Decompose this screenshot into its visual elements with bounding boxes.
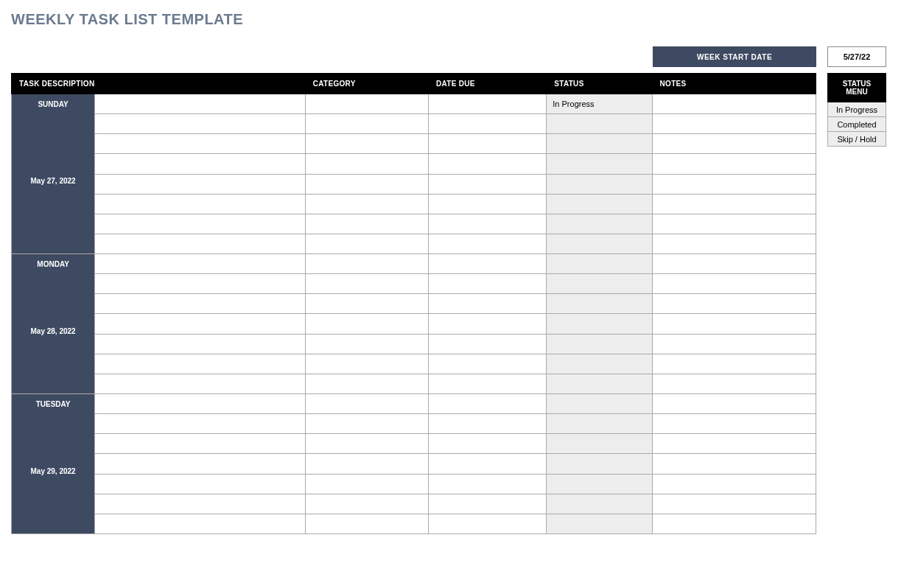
category-cell[interactable] (305, 474, 428, 494)
category-cell[interactable] (305, 334, 428, 354)
due-cell[interactable] (429, 174, 547, 194)
category-cell[interactable] (305, 234, 428, 253)
due-cell[interactable] (429, 154, 547, 174)
notes-cell[interactable] (652, 174, 816, 194)
task-cell[interactable] (95, 94, 306, 114)
due-cell[interactable] (429, 254, 547, 274)
status-cell[interactable] (547, 174, 652, 194)
task-cell[interactable] (95, 114, 306, 134)
task-cell[interactable] (95, 194, 306, 214)
status-cell[interactable] (547, 514, 652, 533)
notes-cell[interactable] (652, 374, 816, 393)
status-menu-item[interactable]: Completed (828, 117, 886, 132)
task-cell[interactable] (95, 314, 306, 334)
category-cell[interactable] (305, 214, 428, 234)
task-cell[interactable] (95, 514, 306, 533)
notes-cell[interactable] (652, 94, 816, 114)
category-cell[interactable] (305, 254, 428, 274)
category-cell[interactable] (305, 154, 428, 174)
due-cell[interactable] (429, 314, 547, 334)
category-cell[interactable] (305, 114, 428, 134)
notes-cell[interactable] (652, 214, 816, 234)
notes-cell[interactable] (652, 454, 816, 474)
status-cell[interactable] (547, 214, 652, 234)
task-cell[interactable] (95, 234, 306, 253)
category-cell[interactable] (305, 494, 428, 514)
category-cell[interactable] (305, 274, 428, 294)
status-cell[interactable] (547, 394, 652, 414)
notes-cell[interactable] (652, 294, 816, 314)
due-cell[interactable] (429, 354, 547, 374)
due-cell[interactable] (429, 374, 547, 393)
category-cell[interactable] (305, 174, 428, 194)
notes-cell[interactable] (652, 254, 816, 274)
category-cell[interactable] (305, 434, 428, 454)
due-cell[interactable] (429, 94, 547, 114)
notes-cell[interactable] (652, 334, 816, 354)
due-cell[interactable] (429, 294, 547, 314)
notes-cell[interactable] (652, 274, 816, 294)
status-cell[interactable] (547, 254, 652, 274)
status-cell[interactable] (547, 314, 652, 334)
task-cell[interactable] (95, 134, 306, 154)
due-cell[interactable] (429, 514, 547, 533)
notes-cell[interactable] (652, 114, 816, 134)
status-cell[interactable] (547, 294, 652, 314)
status-cell[interactable] (547, 434, 652, 454)
notes-cell[interactable] (652, 474, 816, 494)
due-cell[interactable] (429, 494, 547, 514)
week-start-date-value[interactable]: 5/27/22 (827, 46, 886, 67)
notes-cell[interactable] (652, 434, 816, 454)
status-cell[interactable] (547, 154, 652, 174)
category-cell[interactable] (305, 314, 428, 334)
due-cell[interactable] (429, 434, 547, 454)
due-cell[interactable] (429, 334, 547, 354)
task-cell[interactable] (95, 214, 306, 234)
category-cell[interactable] (305, 514, 428, 533)
task-cell[interactable] (95, 334, 306, 354)
due-cell[interactable] (429, 474, 547, 494)
due-cell[interactable] (429, 394, 547, 414)
due-cell[interactable] (429, 414, 547, 434)
status-cell[interactable] (547, 454, 652, 474)
category-cell[interactable] (305, 354, 428, 374)
status-cell[interactable] (547, 474, 652, 494)
category-cell[interactable] (305, 394, 428, 414)
notes-cell[interactable] (652, 314, 816, 334)
due-cell[interactable] (429, 234, 547, 253)
notes-cell[interactable] (652, 494, 816, 514)
due-cell[interactable] (429, 454, 547, 474)
status-cell[interactable] (547, 494, 652, 514)
task-cell[interactable] (95, 294, 306, 314)
due-cell[interactable] (429, 194, 547, 214)
status-cell[interactable] (547, 274, 652, 294)
category-cell[interactable] (305, 294, 428, 314)
due-cell[interactable] (429, 274, 547, 294)
category-cell[interactable] (305, 414, 428, 434)
notes-cell[interactable] (652, 354, 816, 374)
task-cell[interactable] (95, 274, 306, 294)
task-cell[interactable] (95, 154, 306, 174)
task-cell[interactable] (95, 394, 306, 414)
task-cell[interactable] (95, 494, 306, 514)
category-cell[interactable] (305, 134, 428, 154)
status-cell[interactable] (547, 194, 652, 214)
category-cell[interactable] (305, 94, 428, 114)
category-cell[interactable] (305, 194, 428, 214)
status-menu-item[interactable]: Skip / Hold (828, 132, 886, 147)
status-cell[interactable] (547, 374, 652, 393)
notes-cell[interactable] (652, 234, 816, 253)
notes-cell[interactable] (652, 154, 816, 174)
task-cell[interactable] (95, 454, 306, 474)
category-cell[interactable] (305, 454, 428, 474)
status-cell[interactable] (547, 354, 652, 374)
task-cell[interactable] (95, 434, 306, 454)
task-cell[interactable] (95, 174, 306, 194)
due-cell[interactable] (429, 214, 547, 234)
notes-cell[interactable] (652, 414, 816, 434)
status-cell[interactable] (547, 234, 652, 253)
due-cell[interactable] (429, 134, 547, 154)
task-cell[interactable] (95, 474, 306, 494)
due-cell[interactable] (429, 114, 547, 134)
status-cell[interactable]: In Progress (547, 94, 652, 114)
